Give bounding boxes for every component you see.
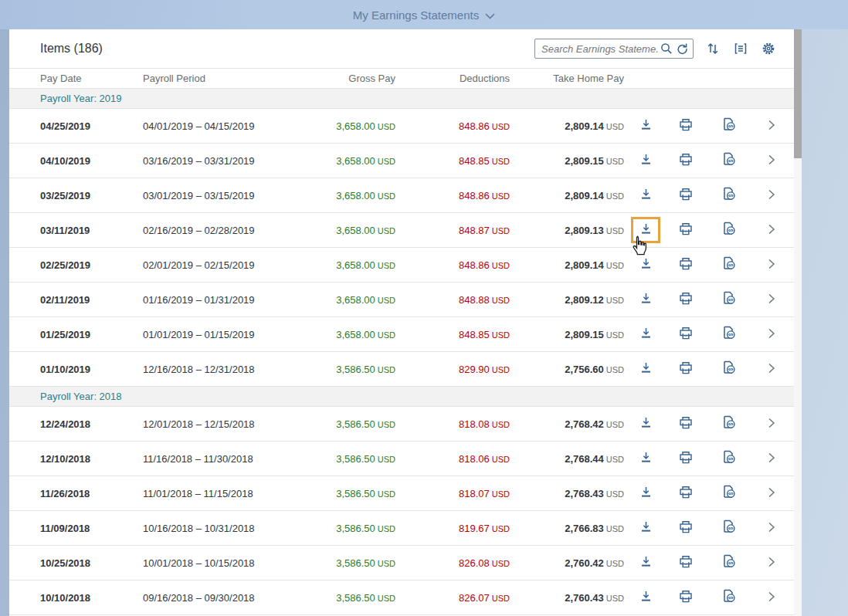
- row-details-button[interactable]: [759, 219, 784, 241]
- chevron-right-icon: [768, 293, 775, 306]
- print-button[interactable]: [673, 517, 698, 539]
- download-button[interactable]: [633, 413, 658, 435]
- search-icon[interactable]: [659, 41, 674, 56]
- view-statement-button[interactable]: [716, 115, 741, 137]
- print-button[interactable]: [673, 115, 698, 137]
- download-button[interactable]: [633, 219, 658, 241]
- print-button[interactable]: [673, 358, 698, 380]
- download-button[interactable]: [633, 358, 658, 380]
- print-button[interactable]: [673, 184, 698, 206]
- row-details-button[interactable]: [759, 552, 784, 574]
- download-button[interactable]: [633, 289, 658, 310]
- view-statement-button[interactable]: [716, 358, 741, 380]
- take-home-pay-cell: 2,809.14USD: [510, 120, 624, 132]
- print-button[interactable]: [673, 482, 698, 504]
- gross-pay-value: 3,586.50: [336, 488, 375, 499]
- search-input[interactable]: [541, 43, 659, 55]
- download-button[interactable]: [633, 115, 658, 137]
- print-button[interactable]: [673, 219, 698, 241]
- gross-pay-value: 3,658.00: [336, 155, 375, 167]
- download-button[interactable]: [633, 150, 658, 171]
- download-icon: [639, 361, 653, 377]
- download-button[interactable]: [633, 184, 658, 206]
- deductions-cell: 848.85USD: [395, 329, 510, 340]
- view-statement-button[interactable]: [716, 482, 741, 504]
- sort-icon[interactable]: [704, 40, 721, 57]
- table-row[interactable]: 12/24/2018 12/01/2018 – 12/15/2018 3,586…: [9, 407, 794, 442]
- download-button[interactable]: [633, 587, 658, 608]
- gross-pay-currency: USD: [378, 157, 395, 166]
- row-details-button[interactable]: [759, 413, 784, 435]
- table-row[interactable]: 10/25/2018 10/01/2018 – 10/15/2018 3,586…: [9, 546, 794, 580]
- table-row[interactable]: 04/10/2019 03/16/2019 – 03/31/2019 3,658…: [9, 144, 794, 178]
- print-button[interactable]: [673, 254, 698, 276]
- row-details-button[interactable]: [759, 358, 784, 380]
- row-details-button[interactable]: [759, 448, 784, 469]
- view-statement-button[interactable]: [716, 219, 741, 241]
- row-details-button[interactable]: [759, 517, 784, 539]
- table-row[interactable]: 02/25/2019 02/01/2019 – 02/15/2019 3,658…: [9, 248, 794, 283]
- vertical-scrollbar[interactable]: [794, 29, 802, 616]
- table-row[interactable]: 04/25/2019 04/01/2019 – 04/15/2019 3,658…: [9, 109, 794, 144]
- row-details-button[interactable]: [759, 289, 784, 310]
- chevron-right-icon: [768, 189, 775, 202]
- row-details-button[interactable]: [759, 184, 784, 206]
- deductions-cell: 818.07USD: [395, 488, 510, 499]
- page-title-dropdown[interactable]: My Earnings Statements: [353, 8, 495, 22]
- table-row[interactable]: 11/26/2018 11/01/2018 – 11/15/2018 3,586…: [9, 476, 794, 511]
- table-row[interactable]: 03/25/2019 03/01/2019 – 03/15/2019 3,658…: [9, 178, 794, 213]
- print-button[interactable]: [673, 413, 698, 435]
- row-details-button[interactable]: [759, 115, 784, 137]
- table-row[interactable]: 11/09/2018 10/16/2018 – 10/31/2018 3,586…: [9, 511, 794, 546]
- chevron-right-icon: [768, 328, 775, 341]
- settings-icon[interactable]: [760, 40, 777, 57]
- table-row[interactable]: 01/10/2019 12/16/2018 – 12/31/2018 3,586…: [9, 352, 794, 387]
- print-button[interactable]: [673, 587, 698, 608]
- view-statement-button[interactable]: [716, 323, 741, 345]
- gross-pay-currency: USD: [378, 191, 395, 201]
- download-button[interactable]: [633, 482, 658, 504]
- group-label: Payroll Year: 2019: [40, 93, 122, 104]
- download-button[interactable]: [633, 517, 658, 539]
- search-field[interactable]: [534, 39, 694, 59]
- scrollbar-thumb[interactable]: [794, 29, 802, 158]
- row-details-button[interactable]: [759, 323, 784, 345]
- row-details-button[interactable]: [759, 254, 784, 276]
- view-statement-button[interactable]: [716, 587, 741, 608]
- table-row[interactable]: 02/11/2019 01/16/2019 – 01/31/2019 3,658…: [9, 283, 794, 317]
- table-row[interactable]: 03/11/2019 02/16/2019 – 02/28/2019 3,658…: [9, 213, 794, 248]
- print-button[interactable]: [673, 289, 698, 310]
- deductions-value: 848.85: [459, 329, 490, 340]
- download-button[interactable]: [633, 552, 658, 574]
- chevron-right-icon: [768, 522, 775, 535]
- group-view-icon[interactable]: [732, 40, 749, 57]
- row-details-button[interactable]: [759, 150, 784, 171]
- view-statement-button[interactable]: [716, 184, 741, 206]
- deductions-currency: USD: [492, 524, 510, 533]
- download-button[interactable]: [633, 323, 658, 345]
- view-statement-button[interactable]: [716, 254, 741, 276]
- table-row[interactable]: 12/10/2018 11/16/2018 – 11/30/2018 3,586…: [9, 442, 794, 476]
- view-statement-button[interactable]: [716, 517, 741, 539]
- download-button[interactable]: [633, 254, 658, 276]
- view-statement-button[interactable]: [716, 448, 741, 469]
- download-icon: [639, 188, 653, 203]
- view-statement-button[interactable]: [716, 289, 741, 310]
- refresh-icon[interactable]: [674, 41, 690, 56]
- print-button[interactable]: [673, 552, 698, 574]
- download-button[interactable]: [633, 448, 658, 469]
- print-button[interactable]: [673, 150, 698, 171]
- print-button[interactable]: [673, 323, 698, 345]
- chevron-down-icon: [485, 8, 495, 22]
- deductions-value: 848.85: [459, 155, 490, 167]
- deductions-cell: 848.86USD: [395, 120, 510, 132]
- row-details-button[interactable]: [759, 587, 784, 608]
- table-row[interactable]: 01/25/2019 01/01/2019 – 01/15/2019 3,658…: [9, 317, 794, 352]
- table-row[interactable]: 10/10/2018 09/16/2018 – 09/30/2018 3,586…: [9, 580, 794, 615]
- gross-pay-value: 3,586.50: [336, 592, 375, 604]
- view-statement-button[interactable]: [716, 150, 741, 171]
- view-statement-button[interactable]: [716, 413, 741, 435]
- row-details-button[interactable]: [759, 482, 784, 504]
- print-button[interactable]: [673, 448, 698, 469]
- view-statement-button[interactable]: [716, 552, 741, 574]
